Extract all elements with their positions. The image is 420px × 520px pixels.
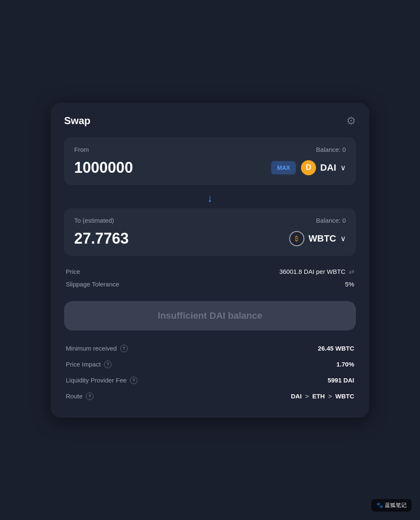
from-label-row: From Balance: 0 bbox=[74, 146, 346, 153]
route-arrow-2: > bbox=[328, 393, 334, 400]
swap-card: Swap ⚙ From Balance: 0 MAX D DAI ∨ ↓ To … bbox=[51, 103, 369, 418]
to-token-chevron-icon: ∨ bbox=[340, 234, 346, 243]
swap-button[interactable]: Insufficient DAI balance bbox=[64, 301, 356, 330]
to-label-row: To (estimated) Balance: 0 bbox=[74, 217, 346, 224]
price-row: Price 36001.8 DAI per WBTC ⇄ bbox=[66, 265, 354, 278]
max-button[interactable]: MAX bbox=[271, 161, 296, 174]
price-impact-help-icon[interactable]: ? bbox=[104, 361, 111, 368]
watermark: 🐾 蓝狐笔记 bbox=[371, 499, 412, 512]
minimum-received-label: Minimum received ? bbox=[66, 345, 128, 352]
to-token-name: WBTC bbox=[309, 233, 336, 244]
card-header: Swap ⚙ bbox=[64, 114, 356, 127]
dai-icon: D bbox=[301, 160, 316, 175]
price-value-text: 36001.8 DAI per WBTC bbox=[279, 268, 345, 275]
slippage-row: Slippage Tolerance 5% bbox=[66, 278, 354, 290]
price-info: Price 36001.8 DAI per WBTC ⇄ Slippage To… bbox=[64, 259, 356, 296]
from-input-row: MAX D DAI ∨ bbox=[74, 159, 346, 177]
details-section: Minimum received ? 26.45 WBTC Price Impa… bbox=[64, 341, 356, 404]
route-arrow-1: > bbox=[305, 393, 311, 400]
from-balance: Balance: 0 bbox=[316, 146, 346, 153]
price-impact-row: Price Impact ? 1.70% bbox=[66, 356, 354, 372]
from-token-selector[interactable]: D DAI ∨ bbox=[301, 160, 346, 175]
swap-direction-icon[interactable]: ↓ bbox=[207, 192, 213, 204]
to-amount-input[interactable] bbox=[74, 230, 284, 247]
from-section: From Balance: 0 MAX D DAI ∨ bbox=[64, 138, 356, 185]
price-value-container: 36001.8 DAI per WBTC ⇄ bbox=[279, 268, 354, 276]
route-help-icon[interactable]: ? bbox=[86, 393, 93, 400]
to-input-row: ₿ WBTC ∨ bbox=[74, 230, 346, 247]
minimum-received-help-icon[interactable]: ? bbox=[120, 345, 128, 352]
liquidity-fee-label: Liquidity Provider Fee ? bbox=[66, 377, 137, 384]
to-label: To (estimated) bbox=[74, 217, 114, 224]
from-amount-input[interactable] bbox=[74, 159, 266, 177]
route-value: DAI > ETH > WBTC bbox=[291, 393, 354, 400]
price-impact-label: Price Impact ? bbox=[66, 361, 111, 368]
to-section: To (estimated) Balance: 0 ₿ WBTC ∨ bbox=[64, 208, 356, 256]
liquidity-fee-help-icon[interactable]: ? bbox=[130, 377, 137, 384]
route-label: Route ? bbox=[66, 393, 93, 400]
from-token-name: DAI bbox=[320, 162, 336, 173]
settings-icon[interactable]: ⚙ bbox=[346, 114, 356, 127]
from-label: From bbox=[74, 146, 89, 153]
liquidity-fee-row: Liquidity Provider Fee ? 5991 DAI bbox=[66, 372, 354, 388]
route-row: Route ? DAI > ETH > WBTC bbox=[66, 388, 354, 404]
minimum-received-value: 26.45 WBTC bbox=[318, 345, 354, 352]
price-impact-value: 1.70% bbox=[336, 361, 354, 368]
slippage-value: 5% bbox=[345, 281, 354, 288]
refresh-icon[interactable]: ⇄ bbox=[349, 268, 354, 276]
to-token-selector[interactable]: ₿ WBTC ∨ bbox=[289, 231, 346, 246]
price-label: Price bbox=[66, 268, 80, 275]
from-token-chevron-icon: ∨ bbox=[340, 163, 346, 172]
wbtc-icon: ₿ bbox=[289, 231, 304, 246]
slippage-label: Slippage Tolerance bbox=[66, 281, 119, 288]
minimum-received-row: Minimum received ? 26.45 WBTC bbox=[66, 341, 354, 356]
swap-arrow-container: ↓ bbox=[64, 188, 356, 208]
liquidity-fee-value: 5991 DAI bbox=[328, 377, 354, 384]
to-balance: Balance: 0 bbox=[316, 217, 346, 224]
card-title: Swap bbox=[64, 115, 91, 127]
